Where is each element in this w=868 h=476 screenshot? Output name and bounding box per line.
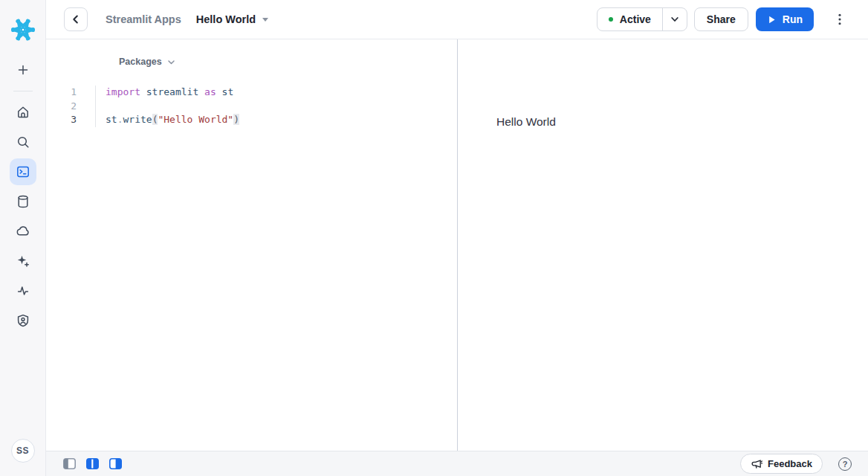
megaphone-icon — [751, 458, 762, 470]
view-layout-toggles — [63, 458, 123, 470]
preview-pane-icon — [109, 458, 122, 469]
status-dropdown-button[interactable] — [662, 8, 687, 30]
sidebar-item-home[interactable] — [10, 99, 36, 126]
workspace: Packages 1 2 3 import streamlit as st st… — [46, 39, 868, 451]
user-avatar[interactable]: SS — [11, 439, 35, 463]
top-bar-actions: Active Share Run — [597, 7, 849, 31]
code-line-3: st.write("Hello World") — [106, 113, 239, 127]
status-button[interactable]: Active — [597, 8, 662, 30]
active-status-dot-icon — [609, 17, 613, 22]
run-button[interactable]: Run — [756, 7, 814, 31]
code-line-1: import streamlit as st — [106, 86, 239, 100]
breadcrumb[interactable]: Streamlit Apps — [106, 13, 181, 25]
line-number-gutter: 1 2 3 — [46, 86, 96, 127]
top-bar: Streamlit Apps Hello World Active Share — [46, 0, 868, 39]
code-editor-panel: Packages 1 2 3 import streamlit as st st… — [46, 39, 458, 451]
line-number: 1 — [46, 86, 77, 100]
back-button[interactable] — [64, 7, 88, 31]
database-icon — [16, 194, 30, 209]
code-line-2 — [106, 100, 239, 114]
run-button-label: Run — [783, 13, 803, 25]
left-rail: SS — [0, 0, 46, 476]
sidebar-item-projects[interactable] — [10, 158, 36, 185]
status-split-button: Active — [597, 7, 687, 31]
packages-dropdown[interactable]: Packages — [119, 57, 457, 67]
cloud-icon — [16, 224, 30, 239]
help-button[interactable]: ? — [838, 457, 852, 471]
line-number-active: 3 — [46, 113, 77, 127]
sidebar-item-compute[interactable] — [10, 218, 36, 245]
rail-divider — [13, 91, 33, 91]
app-title-dropdown[interactable]: Hello World — [196, 13, 268, 25]
more-options-button[interactable] — [831, 9, 849, 30]
chevron-down-icon — [166, 57, 176, 67]
feedback-button[interactable]: Feedback — [740, 454, 823, 474]
preview-pane-toggle-button[interactable] — [109, 458, 123, 470]
kebab-menu-icon — [833, 12, 846, 27]
shield-user-icon — [16, 313, 30, 328]
sidebar-item-data[interactable] — [10, 188, 36, 215]
line-number: 2 — [46, 100, 77, 114]
sidebar-item-monitoring[interactable] — [10, 277, 36, 304]
main-column: Streamlit Apps Hello World Active Share — [46, 0, 868, 476]
activity-icon — [16, 283, 30, 298]
chevron-down-icon — [670, 14, 680, 25]
share-button[interactable]: Share — [694, 7, 748, 31]
split-view-toggle-button[interactable] — [86, 458, 100, 470]
code-content: import streamlit as st st.write("Hello W… — [96, 86, 239, 127]
sparkles-icon — [16, 254, 30, 268]
editor-pane-toggle-button[interactable] — [63, 458, 77, 470]
terminal-icon — [16, 164, 30, 179]
app-output-text: Hello World — [496, 115, 868, 129]
app-window: SS Streamlit Apps Hello World Active — [0, 0, 868, 476]
app-preview-panel: Hello World — [458, 39, 868, 451]
question-mark-icon: ? — [843, 460, 848, 469]
code-editor[interactable]: 1 2 3 import streamlit as st st.write("H… — [46, 86, 457, 127]
new-worksheet-button[interactable] — [10, 57, 36, 83]
editor-pane-icon — [63, 458, 76, 469]
search-icon — [16, 135, 30, 149]
sidebar-item-search[interactable] — [10, 129, 36, 155]
packages-label: Packages — [119, 57, 162, 67]
home-icon — [16, 105, 30, 120]
sidebar-item-ai[interactable] — [10, 248, 36, 274]
page-title: Hello World — [196, 13, 256, 25]
bottom-status-bar: Feedback ? — [46, 451, 868, 476]
status-badge: Active — [620, 13, 651, 25]
snowflake-logo-icon[interactable] — [8, 15, 38, 45]
feedback-label: Feedback — [768, 458, 812, 469]
plus-icon — [16, 62, 30, 77]
chevron-left-icon — [70, 13, 82, 25]
split-view-icon — [86, 458, 99, 469]
play-icon — [767, 15, 777, 25]
title-caret-icon — [262, 18, 268, 22]
sidebar-item-admin[interactable] — [10, 307, 36, 334]
